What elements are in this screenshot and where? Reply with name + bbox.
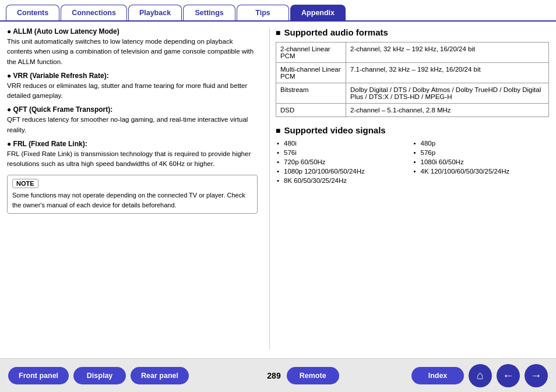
audio-row1-col2: 2-channel, 32 kHz – 192 kHz, 16/20/24 bi… [346, 43, 549, 63]
right-column: Supported audio formats 2-channel Linear… [269, 27, 549, 349]
audio-row3-col1: Bitstream [276, 83, 346, 104]
audio-table: 2-channel Linear PCM 2-channel, 32 kHz –… [276, 42, 549, 117]
forward-button[interactable]: → [525, 364, 548, 387]
qft-title: ● QFT (Quick Frame Transport): [7, 105, 258, 114]
table-row: 2-channel Linear PCM 2-channel, 32 kHz –… [276, 43, 549, 63]
tab-settings[interactable]: Settings [183, 5, 235, 20]
list-item: 1080p 120/100/60/50/24Hz [276, 168, 413, 175]
frl-title: ● FRL (Fixed Rate Link): [7, 140, 258, 148]
bottom-right-nav: Index ⌂ ← → [411, 364, 548, 387]
tab-playback[interactable]: Playback [128, 5, 182, 20]
list-item: 576i [276, 149, 413, 156]
list-item: 8K 60/50/30/25/24Hz [276, 177, 413, 184]
bottom-left-nav: Front panel Display Rear panel [8, 367, 189, 384]
bullet-frl: ● FRL (Fixed Rate Link): FRL (Fixed Rate… [7, 140, 258, 169]
list-item: 4K 120/100/60/50/30/25/24Hz [413, 168, 550, 175]
main-content: ● ALLM (Auto Low Latency Mode) This unit… [0, 22, 556, 349]
table-row: DSD 2-channel – 5.1-channel, 2.8 MHz [276, 104, 549, 117]
list-item: 480i [276, 140, 413, 147]
home-button[interactable]: ⌂ [469, 364, 492, 387]
audio-row2-col1: Multi-channel Linear PCM [276, 63, 346, 83]
allm-title: ● ALLM (Auto Low Latency Mode) [7, 27, 258, 36]
video-grid: 480i 576i 720p 60/50Hz 1080p 120/100/60/… [276, 140, 549, 186]
audio-row2-col2: 7.1-channel, 32 kHz – 192 kHz, 16/20/24 … [346, 63, 549, 83]
audio-row1-col1: 2-channel Linear PCM [276, 43, 346, 63]
back-button[interactable]: ← [497, 364, 520, 387]
video-col1: 480i 576i 720p 60/50Hz 1080p 120/100/60/… [276, 140, 413, 186]
tab-tips[interactable]: Tips [237, 5, 289, 20]
bullet-vrr: ● VRR (Variable Refresh Rate): VRR reduc… [7, 72, 258, 101]
top-nav: Contents Connections Playback Settings T… [0, 0, 556, 22]
qft-body: QFT reduces latency for smoother no-lag … [7, 115, 258, 135]
bottom-bar: Front panel Display Rear panel 289 Remot… [0, 358, 556, 392]
note-text: Some functions may not operate depending… [12, 190, 252, 210]
audio-row4-col1: DSD [276, 104, 346, 117]
index-button[interactable]: Index [411, 367, 464, 384]
bullet-allm: ● ALLM (Auto Low Latency Mode) This unit… [7, 27, 258, 67]
front-panel-button[interactable]: Front panel [8, 367, 69, 384]
rear-panel-button[interactable]: Rear panel [131, 367, 189, 384]
list-item: 480p [413, 140, 550, 147]
tab-appendix[interactable]: Appendix [290, 5, 346, 20]
left-column: ● ALLM (Auto Low Latency Mode) This unit… [7, 27, 269, 349]
vrr-title: ● VRR (Variable Refresh Rate): [7, 72, 258, 80]
video-col2: 480p 576p 1080i 60/50Hz 4K 120/100/60/50… [413, 140, 550, 186]
note-box: NOTE Some functions may not operate depe… [7, 175, 258, 214]
page-number: 289 [267, 371, 280, 380]
table-row: Multi-channel Linear PCM 7.1-channel, 32… [276, 63, 549, 83]
note-label: NOTE [12, 179, 38, 188]
tab-contents[interactable]: Contents [6, 5, 59, 20]
bottom-center: 289 Remote [261, 367, 339, 384]
remote-button[interactable]: Remote [287, 367, 339, 384]
audio-row4-col2: 2-channel – 5.1-channel, 2.8 MHz [346, 104, 549, 117]
audio-row3-col2: Dolby Digital / DTS / Dolby Atmos / Dolb… [346, 83, 549, 104]
allm-body: This unit automatically switches to low … [7, 37, 258, 67]
list-item: 1080i 60/50Hz [413, 158, 550, 165]
list-item: 576p [413, 149, 550, 156]
tab-connections[interactable]: Connections [61, 5, 127, 20]
table-row: Bitstream Dolby Digital / DTS / Dolby At… [276, 83, 549, 104]
video-heading: Supported video signals [276, 125, 549, 135]
bullet-qft: ● QFT (Quick Frame Transport): QFT reduc… [7, 105, 258, 135]
display-button[interactable]: Display [73, 367, 126, 384]
audio-heading: Supported audio formats [276, 27, 549, 37]
frl-body: FRL (Fixed Rate Link) is transmission te… [7, 149, 258, 169]
list-item: 720p 60/50Hz [276, 158, 413, 165]
vrr-body: VRR reduces or eliminates lag, stutter a… [7, 81, 258, 101]
